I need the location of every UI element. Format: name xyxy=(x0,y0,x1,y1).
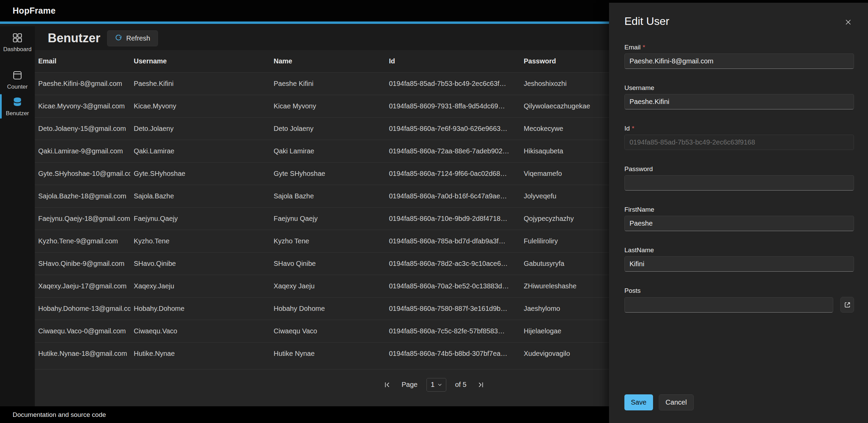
page-title: Benutzer xyxy=(48,31,100,45)
cell-id: 0194fa85-860a-78d2-ac3c-9c10ace6… xyxy=(386,260,520,268)
drawer-header: Edit User xyxy=(624,15,854,28)
cell-email: Gyte.SHyhoshae-10@gmail.com xyxy=(35,170,130,178)
close-button[interactable] xyxy=(842,16,854,28)
dashboard-grid-icon xyxy=(12,32,23,43)
sidebar-item-label: Counter xyxy=(7,84,28,90)
firstname-input[interactable] xyxy=(624,216,854,231)
cell-email: Sajola.Bazhe-18@gmail.com xyxy=(35,192,130,200)
sidebar-item-label: Dashboard xyxy=(3,46,31,53)
email-label: Email* xyxy=(624,44,854,51)
cell-name: Kicae Myvony xyxy=(270,102,386,110)
cell-email: Hutike.Nynae-18@gmail.com xyxy=(35,350,130,358)
cell-id: 0194fa85-860a-7c5c-82fe-57bf8583… xyxy=(386,327,520,335)
cell-username: Sajola.Bazhe xyxy=(130,192,270,200)
database-icon xyxy=(12,96,23,107)
cell-id: 0194fa85-860a-72aa-88e6-7adeb902… xyxy=(386,147,520,155)
app-root: HopFrame Dashboard Counter Benutzer xyxy=(0,0,868,423)
field-id: Id* xyxy=(624,125,854,150)
close-icon xyxy=(844,18,853,27)
app-brand: HopFrame xyxy=(13,6,56,16)
sidebar-item-counter[interactable]: Counter xyxy=(0,70,35,90)
cell-email: Xaqexy.Jaeju-17@gmail.com xyxy=(35,282,130,290)
current-page: 1 xyxy=(431,381,435,389)
posts-label: Posts xyxy=(624,287,854,294)
cell-name: Paeshe Kifini xyxy=(270,80,386,88)
posts-input[interactable] xyxy=(624,297,833,313)
sidebar-item-label: Benutzer xyxy=(6,110,29,117)
field-password: Password xyxy=(624,165,854,191)
cell-username: Faejynu.Qaejy xyxy=(130,215,270,223)
last-page-button[interactable] xyxy=(475,379,486,390)
drawer-title: Edit User xyxy=(624,15,669,28)
cell-name: Sajola Bazhe xyxy=(270,192,386,200)
cell-name: Faejynu Qaejy xyxy=(270,215,386,223)
page-label: Page xyxy=(402,381,418,389)
column-header-email: Email xyxy=(35,57,130,65)
sidebar: Dashboard Counter Benutzer xyxy=(0,26,35,406)
last-page-icon xyxy=(477,381,485,389)
page-header: Benutzer Refresh xyxy=(35,26,158,50)
cell-username: SHavo.Qinibe xyxy=(130,260,270,268)
cell-username: Xaqexy.Jaeju xyxy=(130,282,270,290)
cell-name: Qaki Lamirae xyxy=(270,147,386,155)
cell-id: 0194fa85-860a-710e-9bd9-2d8f4718… xyxy=(386,215,520,223)
lastname-input[interactable] xyxy=(624,256,854,272)
cell-username: Qaki.Lamirae xyxy=(130,147,270,155)
cell-id: 0194fa85-860a-74b5-b8bd-307bf7ea… xyxy=(386,350,520,358)
email-input[interactable] xyxy=(624,54,854,69)
field-firstname: FirstName xyxy=(624,206,854,231)
field-lastname: LastName xyxy=(624,246,854,272)
first-page-button[interactable] xyxy=(382,379,393,390)
cell-username: Gyte.SHyhoshae xyxy=(130,170,270,178)
sidebar-item-dashboard[interactable]: Dashboard xyxy=(0,32,35,53)
page-number-select[interactable]: 1 xyxy=(426,378,446,392)
column-header-username: Username xyxy=(130,57,270,65)
external-link-icon xyxy=(843,301,851,309)
lastname-label: LastName xyxy=(624,246,854,254)
cell-id: 0194fa85-860a-7124-9f66-0ac02d68… xyxy=(386,170,520,178)
first-page-icon xyxy=(383,381,391,389)
documentation-link[interactable]: Documentation and source code xyxy=(13,411,106,419)
cell-name: Xaqexy Jaeju xyxy=(270,282,386,290)
password-input[interactable] xyxy=(624,175,854,191)
field-email: Email* xyxy=(624,44,854,69)
cell-email: Faejynu.Qaejy-18@gmail.com xyxy=(35,215,130,223)
cell-id: 0194fa85-85ad-7b53-bc49-2ec6c63f… xyxy=(386,80,520,88)
cancel-button[interactable]: Cancel xyxy=(659,394,694,410)
field-username: Username xyxy=(624,84,854,109)
drawer-actions: Save Cancel xyxy=(624,394,694,410)
cell-name: Gyte SHyhoshae xyxy=(270,170,386,178)
chevron-down-icon xyxy=(438,383,442,386)
cell-username: Kyzho.Tene xyxy=(130,237,270,245)
cell-id: 0194fa85-860a-7e6f-93a0-626e9663… xyxy=(386,125,520,133)
username-label: Username xyxy=(624,84,854,92)
sidebar-item-benutzer[interactable]: Benutzer xyxy=(0,96,35,117)
field-posts: Posts xyxy=(624,287,854,313)
cell-username: Ciwaequ.Vaco xyxy=(130,327,270,335)
required-asterisk: * xyxy=(643,44,645,51)
refresh-icon xyxy=(115,35,122,42)
id-input xyxy=(624,135,854,150)
save-button[interactable]: Save xyxy=(624,394,653,410)
column-header-name: Name xyxy=(270,57,386,65)
column-header-id: Id xyxy=(386,57,520,65)
password-label: Password xyxy=(624,165,854,173)
cell-email: Qaki.Lamirae-9@gmail.com xyxy=(35,147,130,155)
refresh-label: Refresh xyxy=(126,34,150,42)
cell-email: Ciwaequ.Vaco-0@gmail.com xyxy=(35,327,130,335)
cell-username: Deto.Jolaeny xyxy=(130,125,270,133)
refresh-button[interactable]: Refresh xyxy=(107,30,158,46)
cell-username: Paeshe.Kifini xyxy=(130,80,270,88)
firstname-label: FirstName xyxy=(624,206,854,213)
cell-email: Hobahy.Dohome-13@gmail.com xyxy=(35,305,130,313)
username-input[interactable] xyxy=(624,94,854,109)
edit-user-drawer: Edit User Email* Username Id* Password F… xyxy=(609,3,868,423)
cell-id: 0194fa85-860a-7a0d-b16f-6c47a9ae… xyxy=(386,192,520,200)
cell-username: Hutike.Nynae xyxy=(130,350,270,358)
cell-id: 0194fa85-860a-785a-bd7d-dfab9a3f… xyxy=(386,237,520,245)
cell-name: Hobahy Dohome xyxy=(270,305,386,313)
cell-email: Kyzho.Tene-9@gmail.com xyxy=(35,237,130,245)
page-count-label: of 5 xyxy=(455,381,466,389)
open-posts-button[interactable] xyxy=(840,297,854,313)
cell-email: Kicae.Myvony-3@gmail.com xyxy=(35,102,130,110)
